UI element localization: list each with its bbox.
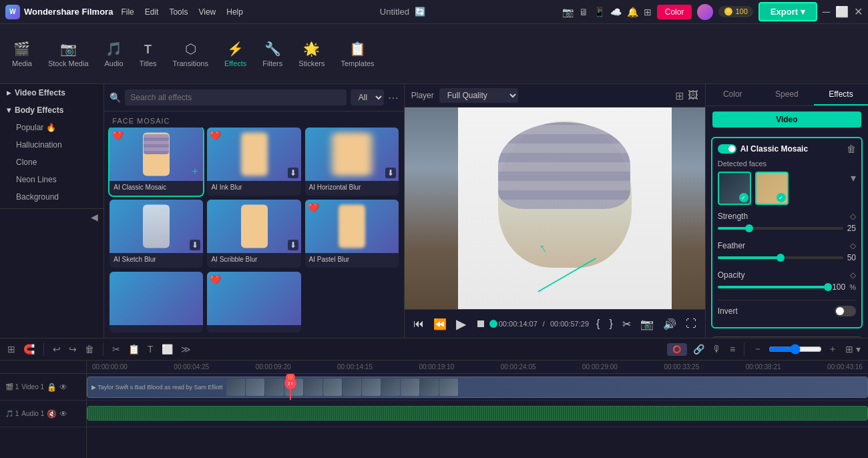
video-effects-section[interactable]: ▸ Video Effects <box>0 84 103 101</box>
menu-view[interactable]: View <box>198 7 216 17</box>
playhead[interactable] <box>290 374 291 400</box>
tool-effects[interactable]: ⚡ Effects <box>218 37 253 71</box>
menu-edit[interactable]: Edit <box>145 7 159 17</box>
search-input[interactable] <box>125 89 346 105</box>
video-eye-icon[interactable]: 👁 <box>59 383 67 392</box>
zoom-out-btn[interactable]: － <box>751 341 765 357</box>
ripple-btn[interactable]: ⭕ <box>667 343 687 356</box>
tab-color[interactable]: Color <box>706 84 760 105</box>
more-options-icon[interactable]: ⋯ <box>388 91 399 104</box>
effect-8[interactable]: ❤️ <box>207 272 300 332</box>
stop-button[interactable]: ⏹ <box>473 316 488 332</box>
snapshot-icon[interactable]: 🖼 <box>688 89 698 102</box>
face-thumb-1b[interactable]: ✓ <box>755 172 789 205</box>
timeline-magnet-btn[interactable]: 🧲 <box>21 342 37 357</box>
play-button[interactable]: ▶ <box>454 314 468 334</box>
close-icon[interactable]: ✕ <box>854 5 863 18</box>
video-lock-icon[interactable]: 🔒 <box>47 383 57 392</box>
timeline-layout-btn[interactable]: ⊞ <box>5 342 17 357</box>
tool-stock-media[interactable]: 📷 Stock Media <box>41 37 95 71</box>
phone-icon[interactable]: 📱 <box>594 7 605 17</box>
background-item[interactable]: Background <box>0 188 103 206</box>
audio-clip[interactable] <box>87 406 868 421</box>
feather-thumb[interactable] <box>777 254 785 262</box>
tool-titles[interactable]: T Titles <box>133 39 164 71</box>
tool-stickers[interactable]: 🌟 Stickers <box>292 37 331 71</box>
monitor-icon[interactable]: 🖥 <box>579 7 588 17</box>
collapse-panel-icon[interactable]: ◀ <box>91 212 98 222</box>
effect-ai-pastel-blur[interactable]: ❤️ AI Pastel Blur <box>305 200 399 268</box>
clone-item[interactable]: Clone <box>0 154 103 171</box>
effect-toggle-1[interactable] <box>718 144 736 154</box>
shape-btn[interactable]: ⬜ <box>160 342 175 357</box>
filter-dropdown[interactable]: All <box>351 89 384 105</box>
clip-connect-btn[interactable]: 🔗 <box>691 342 706 357</box>
bell-icon[interactable]: 🔔 <box>627 7 638 17</box>
delete-effect-1[interactable]: 🗑 <box>847 144 856 154</box>
redo-btn[interactable]: ↪ <box>67 342 79 357</box>
opacity-thumb[interactable] <box>824 283 832 291</box>
mark-in-button[interactable]: { <box>594 316 602 332</box>
effect-ai-ink-blur[interactable]: ❤️ ⬇ AI Ink Blur <box>207 128 300 196</box>
neon-lines-item[interactable]: Neon Lines <box>0 171 103 188</box>
effect-7[interactable] <box>110 272 203 332</box>
popular-item[interactable]: Popular 🔥 <box>0 119 103 136</box>
strength-thumb[interactable] <box>745 224 753 232</box>
audio-mute-icon[interactable]: 🔇 <box>47 409 57 419</box>
copy-btn[interactable]: 📋 <box>126 342 142 357</box>
tool-audio[interactable]: 🎵 Audio <box>98 37 130 71</box>
purchase-button[interactable]: Color <box>657 5 692 19</box>
maximize-icon[interactable]: ⬜ <box>835 5 849 18</box>
tab-effects[interactable]: Effects <box>814 84 868 105</box>
cut-btn[interactable]: ✂ <box>110 342 122 357</box>
video-clip[interactable]: ▶ Taylor Swift s Bad Blood as read by Sa… <box>87 377 868 398</box>
menu-tools[interactable]: Tools <box>169 7 188 17</box>
zoom-slider[interactable] <box>769 344 822 355</box>
audio-solo-icon[interactable]: 👁 <box>59 409 67 419</box>
feather-slider[interactable] <box>718 256 843 259</box>
frame-back-button[interactable]: ⏪ <box>431 316 449 332</box>
tab-speed[interactable]: Speed <box>760 84 814 105</box>
effect-ai-sketch-blur[interactable]: ⬇ AI Sketch Blur <box>110 200 203 268</box>
tool-templates[interactable]: 📋 Templates <box>334 37 381 71</box>
face-thumb-1a[interactable]: ✓ <box>718 172 751 205</box>
progress-thumb[interactable] <box>489 320 497 328</box>
delete-btn[interactable]: 🗑 <box>83 342 96 357</box>
minimize-icon[interactable]: ─ <box>823 6 830 18</box>
menu-file[interactable]: File <box>121 7 134 17</box>
text-btn[interactable]: T <box>146 342 156 357</box>
user-avatar[interactable] <box>697 4 713 20</box>
effect-ai-scribble-blur[interactable]: ⬇ AI Scribble Blur <box>207 200 300 268</box>
opacity-slider[interactable] <box>718 286 828 288</box>
zoom-in-btn[interactable]: ＋ <box>826 341 839 357</box>
grid-options-btn[interactable]: ⊞ ▾ <box>843 342 863 357</box>
tracks-btn[interactable]: ≡ <box>728 342 737 357</box>
fullscreen-button[interactable]: ⛶ <box>684 316 698 332</box>
tool-media[interactable]: 🎬 Media <box>5 37 39 71</box>
opacity-reset[interactable]: ◇ <box>850 270 856 280</box>
hallucination-item[interactable]: Hallucination <box>0 136 103 154</box>
feather-reset[interactable]: ◇ <box>850 241 856 250</box>
invert-toggle[interactable] <box>835 306 856 316</box>
tool-transitions[interactable]: ⬡ Transitions <box>166 37 215 71</box>
audio-button[interactable]: 🔊 <box>661 316 678 332</box>
crop-button[interactable]: ✂ <box>620 316 633 332</box>
skip-back-button[interactable]: ⏮ <box>411 316 426 332</box>
strength-reset[interactable]: ◇ <box>850 212 856 221</box>
grid-icon[interactable]: ⊞ <box>644 7 652 17</box>
quality-select[interactable]: Full Quality Half Quality Quarter Qualit… <box>439 88 518 103</box>
record-btn[interactable]: 🎙 <box>710 342 724 357</box>
export-button[interactable]: Export ▾ <box>758 2 817 21</box>
more-btn[interactable]: ≫ <box>179 342 193 357</box>
tool-filters[interactable]: 🔧 Filters <box>256 37 289 71</box>
strength-slider[interactable] <box>718 227 843 230</box>
mark-out-button[interactable]: } <box>607 316 614 332</box>
effect-ai-classic-mosaic[interactable]: ❤️ ＋ AI Classic Mosaic <box>110 128 203 196</box>
body-effects-section[interactable]: ▾ Body Effects <box>0 101 103 119</box>
undo-btn[interactable]: ↩ <box>51 342 63 357</box>
cloud-icon[interactable]: ☁️ <box>610 7 622 17</box>
video-tab-button[interactable]: Video <box>712 111 861 128</box>
more-faces-icon[interactable]: ▾ <box>851 172 856 205</box>
screenshot-button[interactable]: 📷 <box>638 316 656 332</box>
camera-icon[interactable]: 📷 <box>562 7 574 17</box>
